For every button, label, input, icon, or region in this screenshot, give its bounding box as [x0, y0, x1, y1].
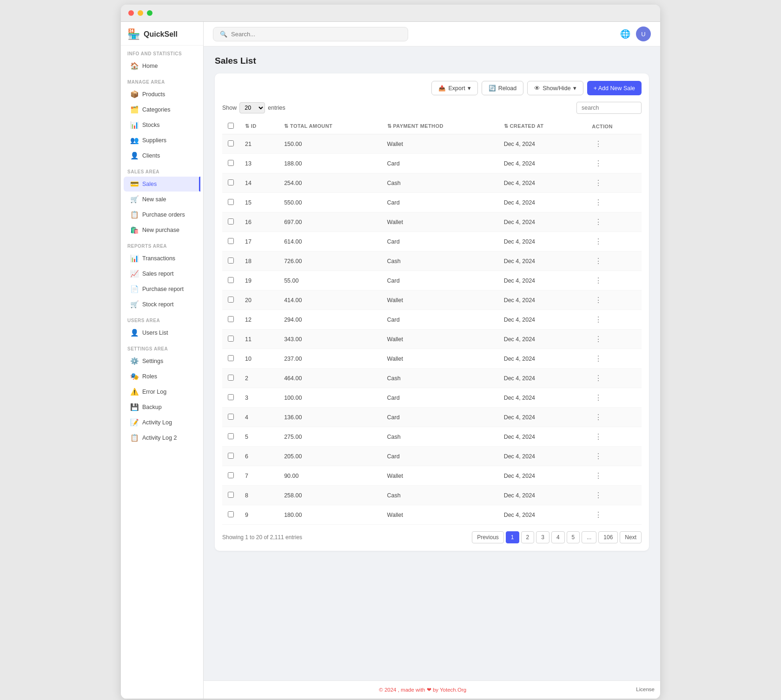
sidebar-item-stocks[interactable]: 📊Stocks	[124, 118, 200, 132]
export-icon: 📤	[438, 85, 446, 92]
sidebar-item-settings[interactable]: ⚙️Settings	[124, 354, 200, 369]
row-action-button[interactable]: ⋮	[592, 275, 605, 286]
row-checkbox[interactable]	[228, 258, 234, 264]
table-row: 10237.00WalletDec 4, 2024⋮	[222, 349, 642, 369]
sidebar-item-users-list[interactable]: 👤Users List	[124, 325, 200, 340]
sidebar-item-activity-log[interactable]: 📝Activity Log	[124, 415, 200, 430]
reload-button[interactable]: 🔄 Reload	[482, 81, 524, 95]
row-checkbox[interactable]	[228, 297, 234, 303]
row-action-button[interactable]: ⋮	[592, 412, 605, 423]
row-checkbox[interactable]	[228, 492, 234, 498]
show-hide-button[interactable]: 👁 Show/Hide ▾	[527, 81, 583, 95]
row-checkbox[interactable]	[228, 179, 234, 185]
row-action-button[interactable]: ⋮	[592, 178, 605, 188]
search-input[interactable]	[231, 31, 401, 38]
globe-icon[interactable]: 🌐	[620, 29, 630, 39]
row-action-button[interactable]: ⋮	[592, 217, 605, 227]
license-link[interactable]: License	[636, 687, 655, 692]
row-action-button[interactable]: ⋮	[592, 314, 605, 325]
row-checkbox[interactable]	[228, 375, 234, 381]
row-action-button[interactable]: ⋮	[592, 158, 605, 169]
sidebar-item-sales-report[interactable]: 📈Sales report	[124, 266, 200, 281]
sidebar-item-sales[interactable]: 💳Sales	[124, 177, 200, 192]
row-checkbox[interactable]	[228, 140, 234, 146]
sidebar-item-suppliers[interactable]: 👥Suppliers	[124, 133, 200, 148]
row-payment-method: Wallet	[382, 349, 498, 369]
sidebar-item-categories[interactable]: 🗂️Categories	[124, 102, 200, 117]
row-checkbox[interactable]	[228, 316, 234, 322]
row-payment-method: Card	[382, 193, 498, 212]
sidebar-item-clients[interactable]: 👤Clients	[124, 148, 200, 163]
sidebar-item-new-purchase[interactable]: 🛍️New purchase	[124, 223, 200, 238]
sales-report-label: Sales report	[142, 271, 173, 277]
row-action-button[interactable]: ⋮	[592, 256, 605, 266]
page-2-button[interactable]: 2	[521, 531, 535, 543]
next-page-button[interactable]: Next	[620, 531, 642, 543]
row-checkbox[interactable]	[228, 218, 234, 225]
page-3-button[interactable]: 3	[536, 531, 549, 543]
sidebar-item-backup[interactable]: 💾Backup	[124, 400, 200, 415]
row-action-button[interactable]: ⋮	[592, 490, 605, 501]
row-id: 15	[239, 193, 278, 212]
search-icon: 🔍	[220, 31, 227, 38]
row-action-button[interactable]: ⋮	[592, 431, 605, 442]
row-checkbox[interactable]	[228, 336, 234, 342]
row-action-button[interactable]: ⋮	[592, 451, 605, 462]
row-action-button[interactable]: ⋮	[592, 373, 605, 383]
sidebar-item-purchase-report[interactable]: 📄Purchase report	[124, 282, 200, 297]
sidebar-item-roles[interactable]: 🎭Roles	[124, 369, 200, 384]
row-checkbox[interactable]	[228, 238, 234, 244]
row-checkbox[interactable]	[228, 160, 234, 166]
previous-page-button[interactable]: Previous	[472, 531, 504, 543]
add-new-sale-button[interactable]: + Add New Sale	[587, 81, 642, 95]
row-action-button[interactable]: ⋮	[592, 353, 605, 364]
maximize-button[interactable]	[147, 10, 152, 16]
sidebar-item-transactions[interactable]: 📊Transactions	[124, 251, 200, 266]
search-box[interactable]: 🔍	[213, 27, 408, 41]
show-entries-control: Show 20 50 100 entries	[222, 102, 285, 113]
row-action-button[interactable]: ⋮	[592, 236, 605, 247]
select-all-checkbox[interactable]	[228, 123, 234, 129]
row-action-button[interactable]: ⋮	[592, 334, 605, 344]
row-checkbox[interactable]	[228, 394, 234, 400]
minimize-button[interactable]	[138, 10, 143, 16]
avatar[interactable]: U	[636, 26, 651, 41]
row-checkbox[interactable]	[228, 355, 234, 361]
sidebar-item-products[interactable]: 📦Products	[124, 87, 200, 102]
row-checkbox[interactable]	[228, 472, 234, 478]
row-checkbox[interactable]	[228, 414, 234, 420]
last-page-button[interactable]: 106	[598, 531, 618, 543]
row-checkbox-cell	[222, 154, 239, 173]
row-checkbox[interactable]	[228, 511, 234, 517]
sidebar-item-new-sale[interactable]: 🛒New sale	[124, 192, 200, 207]
close-button[interactable]	[128, 10, 134, 16]
row-action-button[interactable]: ⋮	[592, 392, 605, 403]
row-checkbox[interactable]	[228, 199, 234, 205]
export-chevron-icon: ▾	[468, 85, 471, 92]
page-1-button[interactable]: 1	[506, 531, 519, 543]
sidebar-item-activity-log-2[interactable]: 📋Activity Log 2	[124, 430, 200, 445]
footer-heart: ❤	[427, 687, 431, 693]
sidebar-item-purchase-orders[interactable]: 📋Purchase orders	[124, 207, 200, 222]
sidebar-item-stock-report[interactable]: 🛒Stock report	[124, 297, 200, 312]
row-checkbox[interactable]	[228, 433, 234, 439]
row-action-button[interactable]: ⋮	[592, 509, 605, 520]
stock-report-icon: 🛒	[130, 300, 139, 309]
header-id: ⇅ ID	[239, 119, 278, 134]
row-checkbox[interactable]	[228, 277, 234, 283]
page-4-button[interactable]: 4	[551, 531, 565, 543]
row-total-amount: 237.00	[278, 349, 381, 369]
row-action-button[interactable]: ⋮	[592, 295, 605, 305]
row-action-button[interactable]: ⋮	[592, 139, 605, 149]
sidebar-item-home[interactable]: 🏠Home	[124, 59, 200, 73]
entries-select[interactable]: 20 50 100	[239, 102, 265, 113]
sidebar-item-error-log[interactable]: ⚠️Error Log	[124, 384, 200, 399]
row-action-button[interactable]: ⋮	[592, 470, 605, 481]
row-id: 17	[239, 232, 278, 251]
table-search-input[interactable]	[576, 102, 642, 114]
row-checkbox[interactable]	[228, 453, 234, 459]
page-5-button[interactable]: 5	[567, 531, 580, 543]
export-button[interactable]: 📤 Export ▾	[431, 81, 477, 95]
row-checkbox-cell	[222, 369, 239, 388]
row-action-button[interactable]: ⋮	[592, 197, 605, 208]
